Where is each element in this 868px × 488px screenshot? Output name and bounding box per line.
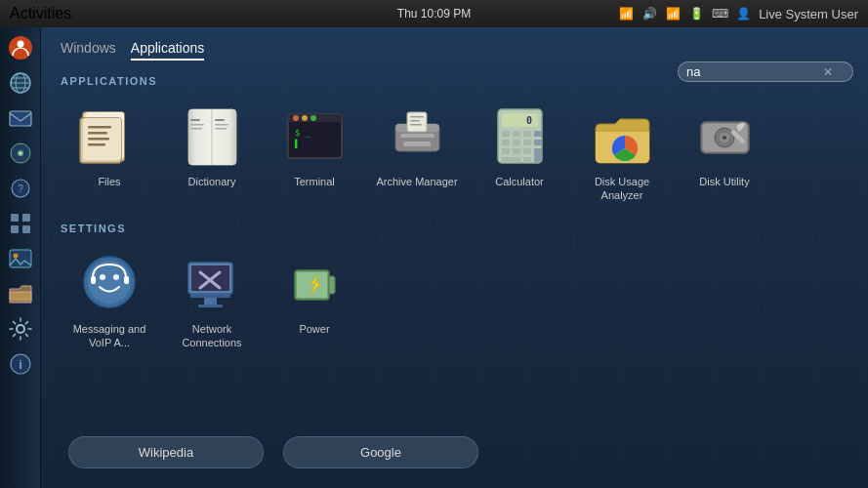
svg-text:0: 0 — [525, 115, 531, 126]
terminal-icon-container: $ _ ▌ — [280, 102, 349, 170]
sidebar-item-info[interactable]: i — [5, 348, 36, 380]
tab-applications[interactable]: Applications — [131, 37, 205, 61]
app-messaging[interactable]: Messaging and VoIP A... — [61, 244, 158, 355]
svg-rect-38 — [215, 128, 227, 130]
app-disk-utility[interactable]: Disk Utility — [676, 97, 773, 208]
svg-text:i: i — [19, 357, 22, 372]
bluetooth-icon[interactable]: 📶 — [618, 6, 634, 21]
svg-rect-91 — [198, 305, 223, 307]
app-terminal[interactable]: $ _ ▌ Terminal — [266, 97, 363, 208]
search-clear-button[interactable]: ✕ — [823, 65, 833, 79]
settings-section-label: SETTINGS — [61, 223, 848, 234]
svg-point-42 — [293, 115, 299, 121]
google-button[interactable]: Google — [283, 436, 478, 468]
svg-rect-69 — [534, 148, 542, 162]
files-icon-container — [75, 102, 144, 170]
svg-point-18 — [13, 254, 18, 259]
svg-rect-49 — [400, 134, 434, 138]
calculator-label: Calculator — [495, 175, 544, 188]
svg-point-1 — [17, 41, 23, 48]
svg-rect-27 — [88, 132, 107, 135]
settings-grid: Messaging and VoIP A... — [61, 244, 848, 355]
svg-point-19 — [17, 325, 24, 333]
network-icon[interactable]: 📶 — [665, 6, 681, 21]
calculator-icon-container: 0 — [485, 102, 554, 170]
sidebar-item-globe[interactable] — [5, 67, 36, 99]
user-icon[interactable]: 👤 — [735, 6, 751, 21]
wikipedia-button[interactable]: Wikipedia — [68, 436, 264, 468]
battery-icon[interactable]: 🔋 — [688, 6, 704, 21]
content-area: Windows Applications ✕ APPLICATIONS — [41, 27, 868, 488]
svg-rect-59 — [513, 131, 520, 137]
power-label: Power — [299, 322, 329, 336]
svg-rect-7 — [10, 111, 31, 126]
svg-rect-61 — [534, 131, 542, 137]
svg-point-10 — [20, 152, 21, 154]
activities-button[interactable]: Activities — [10, 5, 71, 22]
svg-rect-36 — [215, 119, 225, 121]
svg-rect-15 — [11, 225, 19, 233]
svg-text:$ _: $ _ — [295, 128, 311, 138]
sidebar-item-music[interactable] — [5, 138, 36, 169]
svg-rect-83 — [91, 276, 96, 284]
svg-rect-35 — [190, 128, 202, 130]
disk-utility-label: Disk Utility — [699, 175, 749, 188]
tab-windows[interactable]: Windows — [61, 37, 116, 61]
topbar-datetime: Thu 10:09 PM — [397, 7, 471, 20]
applications-section: APPLICATIONS — [61, 75, 848, 223]
calculator-icon: 0 — [488, 104, 552, 168]
tabs-bar: Windows Applications — [61, 37, 848, 61]
dictionary-icon — [181, 104, 244, 168]
svg-rect-68 — [523, 148, 531, 154]
archive-label: Archive Manager — [376, 175, 457, 188]
sidebar-item-image[interactable] — [5, 243, 36, 274]
svg-rect-84 — [124, 276, 129, 284]
network-connections-icon — [181, 251, 244, 314]
search-bar: ✕ — [678, 61, 853, 82]
messaging-label: Messaging and VoIP A... — [65, 322, 153, 350]
volume-icon[interactable]: 🔊 — [641, 6, 657, 21]
svg-rect-53 — [410, 120, 420, 122]
sidebar-item-app5[interactable]: ? — [5, 173, 36, 204]
app-network[interactable]: Network Connections — [163, 244, 261, 355]
svg-rect-56 — [502, 113, 538, 127]
app-archive-manager[interactable]: Archive Manager — [368, 97, 466, 208]
svg-rect-93 — [329, 276, 335, 294]
app-power[interactable]: Power — [266, 244, 363, 355]
svg-rect-34 — [190, 124, 204, 126]
dictionary-label: Dictionary — [188, 175, 236, 188]
disk-usage-icon — [591, 104, 654, 168]
search-input[interactable] — [686, 64, 823, 79]
topbar-right: 📶 🔊 📶 🔋 ⌨ 👤 Live System User — [618, 6, 858, 21]
svg-rect-70 — [502, 157, 520, 163]
archive-icon — [386, 104, 449, 168]
svg-rect-60 — [523, 131, 531, 137]
svg-point-44 — [310, 115, 316, 121]
sidebar-item-settings[interactable] — [5, 313, 36, 345]
svg-rect-71 — [523, 157, 531, 163]
applications-grid: Files — [61, 97, 848, 208]
svg-rect-50 — [403, 142, 431, 146]
sidebar-item-grid[interactable] — [5, 208, 36, 239]
svg-point-81 — [100, 274, 105, 280]
power-icon — [283, 251, 347, 314]
sidebar-item-ubuntu[interactable] — [5, 32, 36, 63]
disk-usage-icon-container — [588, 102, 656, 170]
svg-rect-65 — [534, 140, 542, 145]
app-calculator[interactable]: 0 — [471, 97, 568, 208]
app-disk-usage[interactable]: Disk Usage Analyzer — [573, 97, 671, 208]
archive-icon-container — [383, 102, 451, 170]
terminal-label: Terminal — [294, 175, 335, 188]
app-dictionary[interactable]: Dictionary — [163, 97, 261, 208]
app-files[interactable]: Files — [61, 97, 158, 208]
sidebar: ? — [0, 27, 41, 488]
svg-point-77 — [723, 136, 726, 140]
keyboard-icon[interactable]: ⌨ — [712, 6, 727, 21]
sidebar-item-mail[interactable] — [5, 102, 36, 134]
files-icon — [78, 104, 142, 168]
sidebar-item-folder[interactable] — [5, 278, 36, 309]
live-user-label[interactable]: Live System User — [759, 7, 858, 21]
files-label: Files — [98, 175, 120, 188]
disk-utility-icon-container — [690, 102, 759, 170]
svg-rect-62 — [502, 140, 510, 145]
